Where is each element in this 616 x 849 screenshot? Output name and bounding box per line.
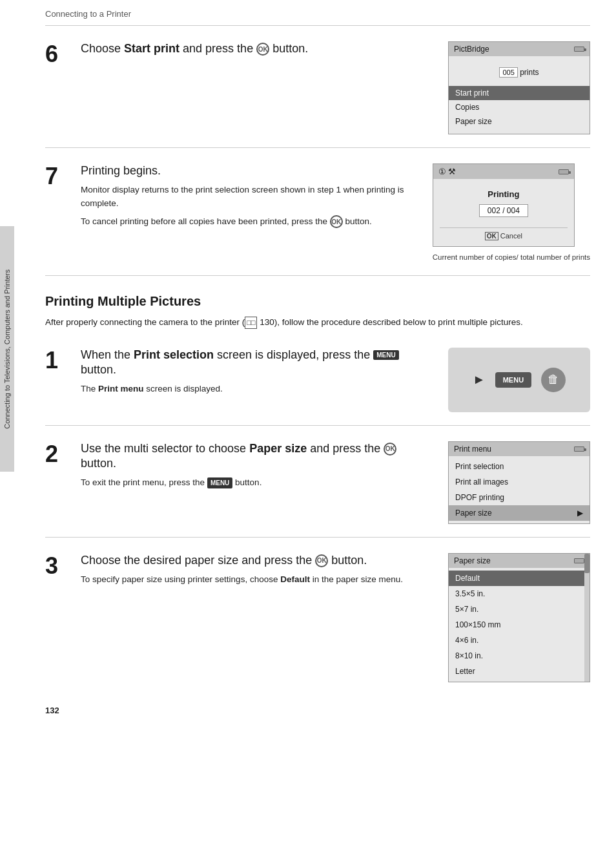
- section-heading: Printing Multiple Pictures: [45, 294, 590, 309]
- start-print-row: Start print: [449, 86, 590, 100]
- battery-icon-3: [574, 446, 584, 452]
- 5x7-row: 5×7 in.: [449, 602, 590, 617]
- step-6-content: Choose Start print and press the OK butt…: [81, 41, 435, 61]
- page-ref-icon: □□: [245, 317, 257, 330]
- step-3-row: 3 Choose the desired paper size and pres…: [45, 538, 590, 695]
- step-3-title: Choose the desired paper size and press …: [81, 553, 435, 568]
- section-intro: After properly connecting the camera to …: [45, 315, 590, 330]
- printing-screen-body: Printing 002 / 004 OK Cancel: [433, 179, 574, 246]
- step-3-content: Choose the desired paper size and press …: [81, 553, 435, 587]
- step-2-number: 2: [45, 441, 68, 466]
- paper-size-body: Default 3.5×5 in. 5×7 in. 100×150 mm 4×6…: [449, 568, 590, 682]
- step-1-title: When the Print selection screen is displ…: [81, 348, 435, 378]
- prints-count: 005 prints: [449, 61, 590, 86]
- scroll-thumb: [584, 554, 590, 573]
- battery-icon: [574, 47, 584, 52]
- step-1-image: ► MENU 🗑: [448, 348, 590, 412]
- step-7-row: 7 Printing begins. Monitor display retur…: [45, 148, 590, 276]
- 100x150-row: 100×150 mm: [449, 617, 590, 633]
- menu-button-2: MENU: [207, 477, 232, 488]
- pictbridge-screen: PictBridge 005 prints Start print Copies…: [448, 41, 590, 134]
- step-3-number: 3: [45, 553, 68, 578]
- 4x6-row: 4×6 in.: [449, 633, 590, 648]
- default-row: Default: [449, 571, 590, 586]
- pictbridge-header: PictBridge: [449, 42, 590, 56]
- pictbridge-body: 005 prints Start print Copies Paper size: [449, 56, 590, 134]
- step-2-row: 2 Use the multi selector to choose Paper…: [45, 426, 590, 538]
- ok-button-icon-2: OK: [330, 215, 343, 228]
- step-2-content: Use the multi selector to choose Paper s…: [81, 441, 435, 490]
- paper-size-menu-row: Paper size ▶: [449, 505, 590, 521]
- copies-row: Copies: [449, 100, 590, 114]
- step-7-content: Printing begins. Monitor display returns…: [81, 163, 420, 228]
- breadcrumb: Connecting to a Printer: [45, 0, 590, 26]
- step-7-body1: Monitor display returns to the print sel…: [81, 183, 420, 210]
- step-7-title: Printing begins.: [81, 163, 420, 178]
- battery-icon-4: [574, 558, 584, 563]
- scrollbar: [584, 554, 590, 682]
- step-6-title: Choose Start print and press the OK butt…: [81, 41, 435, 56]
- step-6-number: 6: [45, 41, 68, 66]
- print-menu-screen: Print menu Print selection Print all ima…: [448, 441, 590, 524]
- print-caption: Current number of copies/ total number o…: [433, 252, 590, 262]
- ok-button-icon-3: OK: [384, 443, 396, 456]
- prints-number: 005: [499, 67, 517, 78]
- printing-screen-header: ① ⚒: [433, 164, 574, 179]
- battery-icon-2: [559, 169, 569, 174]
- step-2-image: Print menu Print selection Print all ima…: [448, 441, 590, 524]
- print-menu-header: Print menu: [449, 442, 590, 456]
- step-3-image: Paper size Default 3.5×5 in. 5×7 in. 100…: [448, 553, 590, 682]
- side-label: Connecting to Televisions, Computers and…: [0, 226, 14, 472]
- 3x5-row: 3.5×5 in.: [449, 586, 590, 602]
- cancel-label: OK Cancel: [440, 227, 568, 240]
- step-7-image: ① ⚒ Printing 002 / 004 OK Cancel Current…: [433, 163, 590, 262]
- step-7-body2: To cancel printing before all copies hav…: [81, 215, 420, 228]
- camera-menu-button: MENU: [495, 372, 531, 388]
- camera-button-illustration: ► MENU 🗑: [448, 348, 590, 412]
- step-1-number: 1: [45, 348, 68, 372]
- print-count: 002 / 004: [479, 204, 528, 217]
- menu-button-label: MENU: [373, 350, 398, 360]
- print-selection-row: Print selection: [449, 459, 590, 474]
- print-menu-body: Print selection Print all images DPOF pr…: [449, 456, 590, 523]
- paper-size-screen: Paper size Default 3.5×5 in. 5×7 in. 100…: [448, 553, 590, 682]
- step-1-row: 1 When the Print selection screen is dis…: [45, 332, 590, 426]
- step-3-body: To specify paper size using printer sett…: [81, 573, 435, 586]
- dpof-row: DPOF printing: [449, 490, 590, 505]
- printing-screen: ① ⚒ Printing 002 / 004 OK Cancel: [433, 163, 575, 247]
- paper-size-header: Paper size: [449, 554, 590, 568]
- step-7-number: 7: [45, 163, 68, 188]
- step-1-body: The Print menu screen is displayed.: [81, 383, 435, 395]
- 8x10-row: 8×10 in.: [449, 648, 590, 664]
- letter-row: Letter: [449, 664, 590, 679]
- paper-size-row: Paper size: [449, 114, 590, 129]
- step-2-body: To exit the print menu, press the MENU b…: [81, 476, 435, 489]
- step-6-row: 6 Choose Start print and press the OK bu…: [45, 26, 590, 148]
- arrow-right-icon: ►: [473, 372, 486, 387]
- print-all-row: Print all images: [449, 474, 590, 490]
- step-2-title: Use the multi selector to choose Paper s…: [81, 441, 435, 472]
- page-number: 132: [45, 695, 590, 722]
- step-6-image: PictBridge 005 prints Start print Copies…: [448, 41, 590, 134]
- ok-button-icon-4: OK: [315, 554, 328, 567]
- printing-label: Printing: [440, 189, 568, 199]
- camera-trash-button: 🗑: [541, 368, 566, 392]
- ok-button-icon: OK: [256, 43, 269, 56]
- step-1-content: When the Print selection screen is displ…: [81, 348, 435, 396]
- section-area: Printing Multiple Pictures After properl…: [45, 294, 590, 330]
